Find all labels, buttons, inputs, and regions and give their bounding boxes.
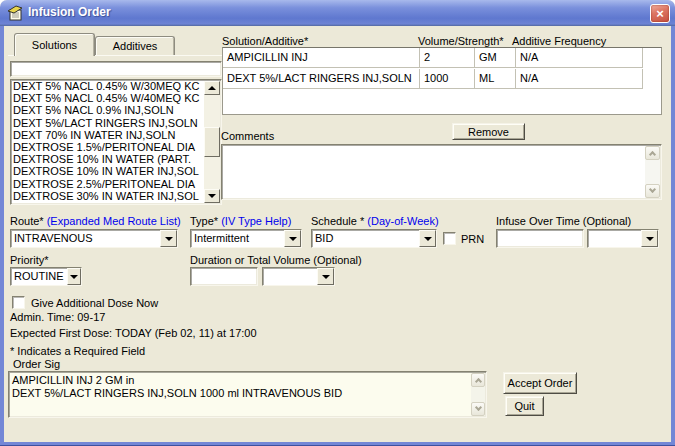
close-button[interactable]: ×	[650, 4, 670, 23]
chevron-down-icon[interactable]	[317, 268, 334, 285]
tab-additives[interactable]: Additives	[95, 36, 175, 55]
order-sig-line: DEXT 5%/LACT RINGERS INJ,SOLN 1000 ml IN…	[12, 387, 468, 400]
chevron-down-icon[interactable]	[67, 268, 81, 285]
list-item[interactable]: DEXT 5%/LACT RINGERS INJ,SOLN	[11, 117, 203, 129]
scroll-thumb[interactable]	[204, 127, 220, 157]
list-item[interactable]: DEXTROSE 2.5%/PERITONEAL DIA	[11, 178, 203, 190]
accept-order-button[interactable]: Accept Order	[503, 372, 577, 394]
order-sig-line: AMPICILLIN INJ 2 GM in	[12, 374, 468, 387]
chevron-down-icon[interactable]	[160, 230, 177, 247]
route-label: Route* (Expanded Med Route List)	[10, 215, 181, 227]
cell-frequency[interactable]: N/A	[516, 69, 643, 89]
iv-type-help-link[interactable]: (IV Type Help)	[221, 215, 291, 227]
expected-first-dose-text: Expected First Dose: TODAY (Feb 02, 11) …	[10, 327, 257, 339]
list-item[interactable]: DEXT 5% NACL 0.45% W/30MEQ KC	[11, 80, 203, 92]
give-additional-dose-checkbox[interactable]	[12, 296, 25, 309]
admin-time-text: Admin. Time: 09-17	[10, 311, 105, 323]
expanded-med-route-link[interactable]: (Expanded Med Route List)	[47, 215, 181, 227]
cell-amount[interactable]: 2	[420, 48, 475, 68]
comments-scrollbar[interactable]	[645, 146, 660, 198]
list-item[interactable]: DEXTROSE 10% IN WATER INJ,SOL	[11, 165, 203, 177]
comments-label: Comments	[221, 130, 274, 142]
titlebar[interactable]: Infusion Order ×	[0, 0, 675, 26]
chevron-down-icon[interactable]	[284, 230, 301, 247]
remove-button[interactable]: Remove	[452, 123, 525, 140]
chevron-down-icon[interactable]	[641, 230, 658, 247]
column-header-solution: Solution/Additive*	[222, 35, 308, 47]
cell-unit[interactable]: ML	[475, 69, 516, 89]
priority-select[interactable]: ROUTINE	[10, 267, 82, 286]
window-icon	[7, 5, 23, 21]
list-item[interactable]: DEXT 5% NACL 0.9% INJ,SOLN	[11, 104, 203, 116]
required-field-note: * Indicates a Required Field	[10, 345, 145, 357]
day-of-week-link[interactable]: (Day-of-Week)	[367, 215, 438, 227]
solutions-listbox: DEXT 5% NACL 0.45% W/30MEQ KC DEXT 5% NA…	[10, 79, 222, 205]
chevron-down-icon[interactable]	[419, 230, 436, 247]
scroll-down-icon[interactable]	[645, 184, 660, 198]
tab-solutions[interactable]: Solutions	[14, 33, 95, 56]
route-select[interactable]: INTRAVENOUS	[10, 229, 178, 248]
schedule-label: Schedule * (Day-of-Week)	[311, 215, 439, 227]
priority-label: Priority*	[10, 254, 49, 266]
scroll-up-icon[interactable]	[204, 81, 220, 95]
cell-unit[interactable]: GM	[475, 48, 516, 68]
window-border-right	[671, 26, 675, 446]
column-header-volume: Volume/Strength*	[418, 35, 504, 47]
duration-input[interactable]	[190, 267, 258, 286]
list-item[interactable]: DEXTROSE 30% IN WATER INJ,SOL	[11, 190, 203, 202]
scroll-down-icon[interactable]	[204, 189, 220, 203]
comments-textarea[interactable]	[221, 144, 662, 200]
duration-unit-select[interactable]	[262, 267, 335, 286]
window-title: Infusion Order	[28, 0, 111, 25]
cell-solution[interactable]: AMPICILLIN INJ	[223, 48, 420, 68]
schedule-select[interactable]: BID	[311, 229, 437, 248]
duration-label: Duration or Total Volume (Optional)	[190, 254, 362, 266]
scroll-down-icon[interactable]	[471, 402, 485, 416]
infuse-over-time-input[interactable]	[496, 229, 584, 248]
infuse-over-time-unit-select[interactable]	[587, 229, 659, 248]
infusion-order-dialog: Infusion Order × Solutions Additives DEX…	[0, 0, 675, 446]
type-select[interactable]: Intermittent	[190, 229, 302, 248]
order-sig-scrollbar[interactable]	[471, 373, 485, 416]
list-item[interactable]: DEXT 5% NACL 0.45% W/40MEQ KC	[11, 92, 203, 104]
table-row[interactable]: DEXT 5%/LACT RINGERS INJ,SOLN 1000 ML N/…	[223, 69, 643, 90]
give-additional-dose-label: Give Additional Dose Now	[31, 297, 158, 309]
window-border-bottom	[0, 442, 675, 446]
table-row[interactable]: AMPICILLIN INJ 2 GM N/A	[223, 48, 643, 69]
prn-checkbox[interactable]	[443, 232, 456, 245]
infuse-over-time-label: Infuse Over Time (Optional)	[496, 215, 631, 227]
list-item[interactable]: DEXT 70% IN WATER INJ,SOLN	[11, 129, 203, 141]
cell-frequency[interactable]: N/A	[516, 48, 643, 68]
type-label: Type* (IV Type Help)	[190, 215, 291, 227]
cell-amount[interactable]: 1000	[420, 69, 475, 89]
cell-solution[interactable]: DEXT 5%/LACT RINGERS INJ,SOLN	[223, 69, 420, 89]
solutions-scrollbar[interactable]	[204, 81, 220, 203]
solution-filter-input[interactable]	[10, 61, 222, 77]
list-item[interactable]: DEXTROSE 1.5%/PERITONEAL DIA	[11, 141, 203, 153]
scroll-up-icon[interactable]	[471, 373, 485, 387]
order-sig-textarea[interactable]: AMPICILLIN INJ 2 GM in DEXT 5%/LACT RING…	[8, 371, 487, 418]
order-sig-label: Order Sig	[13, 358, 60, 370]
quit-button[interactable]: Quit	[505, 396, 544, 416]
scroll-up-icon[interactable]	[645, 146, 660, 160]
column-header-frequency: Additive Frequency	[512, 35, 606, 47]
window-border-left	[0, 26, 4, 446]
prn-label: PRN	[461, 233, 484, 245]
list-item[interactable]: DEXTROSE 10% IN WATER (PART.	[11, 153, 203, 165]
iv-order-grid: AMPICILLIN INJ 2 GM N/A DEXT 5%/LACT RIN…	[222, 47, 662, 115]
